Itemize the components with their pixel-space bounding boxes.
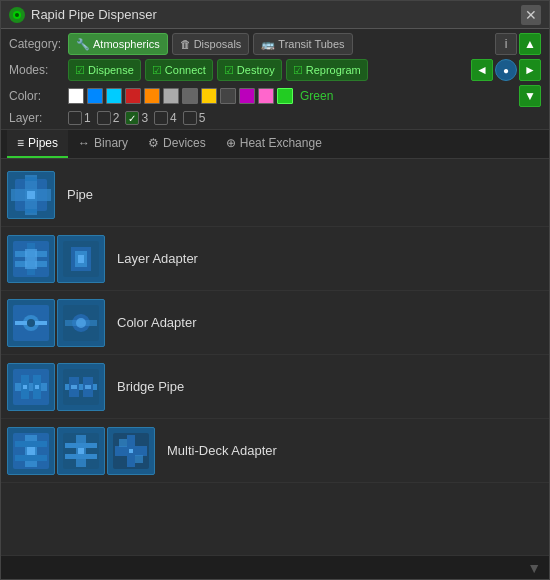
- svg-rect-37: [85, 385, 91, 389]
- color-adapter-thumbnails: [7, 299, 105, 347]
- swatch-gray[interactable]: [182, 88, 198, 104]
- layer-adapter-name: Layer Adapter: [117, 251, 198, 266]
- pipes-tab-label: Pipes: [28, 136, 58, 150]
- swatch-dark-gray[interactable]: [220, 88, 236, 104]
- close-button[interactable]: ✕: [521, 5, 541, 25]
- toolbar: Category: 🔧 Atmospherics 🗑 Disposals 🚌 T…: [1, 29, 549, 130]
- swatch-silver[interactable]: [163, 88, 179, 104]
- svg-rect-51: [119, 439, 127, 447]
- list-item[interactable]: Pipe: [1, 163, 549, 227]
- svg-rect-12: [25, 249, 37, 269]
- tab-pipes[interactable]: ≡ Pipes: [7, 130, 68, 158]
- swatch-cyan[interactable]: [106, 88, 122, 104]
- transit-label: Transit Tubes: [278, 38, 344, 50]
- dispense-label: Dispense: [88, 64, 134, 76]
- layer-5-item[interactable]: 5: [183, 111, 206, 125]
- layer-5-label: 5: [199, 111, 206, 125]
- svg-rect-19: [15, 321, 27, 325]
- info-button[interactable]: i: [495, 33, 517, 55]
- binary-tab-icon: ↔: [78, 136, 90, 150]
- main-window: Rapid Pipe Dispenser ✕ Category: 🔧 Atmos…: [0, 0, 550, 580]
- swatch-orange[interactable]: [144, 88, 160, 104]
- layer-3-check: ✓: [125, 111, 139, 125]
- connect-label: Connect: [165, 64, 206, 76]
- modes-row: Modes: ☑ Dispense ☑ Connect ☑ Destroy ☑ …: [9, 59, 541, 81]
- color-row: Color: Green ▼: [9, 85, 541, 107]
- swatch-purple[interactable]: [239, 88, 255, 104]
- tab-devices[interactable]: ⚙ Devices: [138, 130, 216, 158]
- list-item[interactable]: Bridge Pipe: [1, 355, 549, 419]
- disposals-icon: 🗑: [180, 38, 191, 50]
- layer-5-check: [183, 111, 197, 125]
- connect-check: ☑: [152, 64, 162, 77]
- svg-rect-46: [65, 454, 97, 459]
- atmospherics-icon: 🔧: [76, 38, 90, 51]
- devices-tab-icon: ⚙: [148, 136, 159, 150]
- swatch-yellow[interactable]: [201, 88, 217, 104]
- color-label: Color:: [9, 89, 64, 103]
- list-item[interactable]: Multi-Deck Adapter: [1, 419, 549, 483]
- destroy-label: Destroy: [237, 64, 275, 76]
- layer-1-item[interactable]: 1: [68, 111, 91, 125]
- mode-destroy[interactable]: ☑ Destroy: [217, 59, 282, 81]
- svg-rect-36: [71, 385, 77, 389]
- layer-2-item[interactable]: 2: [97, 111, 120, 125]
- layer-4-item[interactable]: 4: [154, 111, 177, 125]
- color-adapter-name: Color Adapter: [117, 315, 197, 330]
- svg-point-1: [15, 13, 19, 17]
- tabs-bar: ≡ Pipes ↔ Binary ⚙ Devices ⊕ Heat Exchan…: [1, 130, 549, 159]
- svg-rect-5: [27, 191, 35, 199]
- swatch-blue[interactable]: [87, 88, 103, 104]
- category-atmospherics[interactable]: 🔧 Atmospherics: [68, 33, 168, 55]
- nav-mid-row: ◄ ● ►: [471, 59, 541, 81]
- pipe-thumb-1: [7, 171, 55, 219]
- svg-rect-6: [25, 177, 37, 181]
- layer-label: Layer:: [9, 111, 64, 125]
- list-item[interactable]: Layer Adapter: [1, 227, 549, 291]
- tab-binary[interactable]: ↔ Binary: [68, 130, 138, 158]
- nav-spacer: [495, 85, 517, 107]
- list-item[interactable]: Color Adapter: [1, 291, 549, 355]
- bridge-pipe-thumb-2: [57, 363, 105, 411]
- heat-tab-label: Heat Exchange: [240, 136, 322, 150]
- pipe-thumbnails: [7, 171, 55, 219]
- swatch-red[interactable]: [125, 88, 141, 104]
- category-row: Category: 🔧 Atmospherics 🗑 Disposals 🚌 T…: [9, 33, 541, 55]
- binary-tab-label: Binary: [94, 136, 128, 150]
- selected-color-label: Green: [300, 89, 333, 103]
- svg-rect-7: [25, 209, 37, 213]
- category-disposals[interactable]: 🗑 Disposals: [172, 33, 250, 55]
- layer-3-item[interactable]: ✓ 3: [125, 111, 148, 125]
- svg-rect-20: [35, 321, 47, 325]
- multi-deck-thumb-1: [7, 427, 55, 475]
- pipes-tab-icon: ≡: [17, 136, 24, 150]
- swatch-pink[interactable]: [258, 88, 274, 104]
- swatch-green[interactable]: [277, 88, 293, 104]
- color-adapter-thumb-1: [7, 299, 55, 347]
- disposals-label: Disposals: [194, 38, 242, 50]
- nav-circle-button[interactable]: ●: [495, 59, 517, 81]
- category-buttons: 🔧 Atmospherics 🗑 Disposals 🚌 Transit Tub…: [68, 33, 485, 55]
- nav-right-button[interactable]: ►: [519, 59, 541, 81]
- nav-down-button[interactable]: ▼: [519, 85, 541, 107]
- layer-1-label: 1: [84, 111, 91, 125]
- svg-rect-30: [23, 385, 27, 389]
- multi-deck-thumb-2: [57, 427, 105, 475]
- tab-heat-exchange[interactable]: ⊕ Heat Exchange: [216, 130, 332, 158]
- nav-top-row: i ▲: [495, 33, 541, 55]
- svg-point-25: [76, 318, 86, 328]
- mode-reprogram[interactable]: ☑ Reprogram: [286, 59, 368, 81]
- mode-dispense[interactable]: ☑ Dispense: [68, 59, 141, 81]
- svg-rect-41: [15, 455, 47, 461]
- bridge-pipe-name: Bridge Pipe: [117, 379, 184, 394]
- nav-up-button[interactable]: ▲: [519, 33, 541, 55]
- layer-2-label: 2: [113, 111, 120, 125]
- dispense-check: ☑: [75, 64, 85, 77]
- mode-connect[interactable]: ☑ Connect: [145, 59, 213, 81]
- swatch-white[interactable]: [68, 88, 84, 104]
- category-transit-tubes[interactable]: 🚌 Transit Tubes: [253, 33, 352, 55]
- nav-left-button[interactable]: ◄: [471, 59, 493, 81]
- layer-2-check: [97, 111, 111, 125]
- transit-icon: 🚌: [261, 38, 275, 51]
- scroll-down-icon: ▼: [527, 560, 541, 576]
